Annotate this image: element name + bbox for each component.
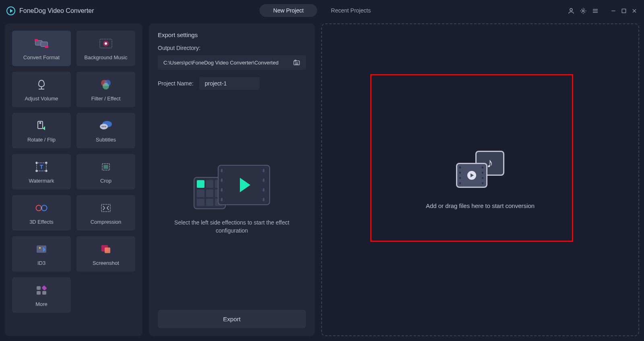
id3-icon [35, 242, 48, 256]
account-icon[interactable] [568, 7, 575, 15]
compression-icon [99, 201, 113, 215]
close-icon[interactable] [631, 8, 638, 14]
settings-title: Export settings [158, 31, 306, 38]
tool-subtitles[interactable]: Subtitles [76, 113, 135, 148]
svg-rect-43 [105, 247, 110, 253]
titlebar: FoneDog Video Converter New Project Rece… [0, 0, 644, 22]
3d-effects-icon [35, 201, 48, 215]
project-name-input[interactable] [199, 77, 260, 90]
logo-area: FoneDog Video Converter [6, 6, 94, 15]
svg-point-0 [570, 8, 572, 11]
screenshot-icon [99, 242, 113, 256]
tools-panel: Convert Format Background Music Adjust V… [5, 23, 142, 336]
svg-point-20 [103, 83, 109, 89]
tool-label: Subtitles [96, 137, 116, 143]
tab-recent-projects[interactable]: Recent Projects [317, 4, 384, 17]
svg-point-22 [40, 122, 41, 123]
tool-label: Screenshot [93, 260, 119, 266]
svg-point-36 [36, 205, 41, 211]
tool-crop[interactable]: Crop [76, 154, 135, 189]
svg-rect-6 [622, 9, 625, 12]
project-name-row: Project Name: [158, 77, 306, 90]
tool-label: Filter / Effect [91, 96, 121, 102]
titlebar-actions [568, 7, 638, 15]
tool-watermark[interactable]: T Watermark [12, 154, 71, 189]
export-button[interactable]: Export [158, 310, 306, 328]
window-controls [610, 8, 638, 14]
filter-effect-icon [99, 78, 113, 91]
preview-hint: Select the left side effections to start… [171, 219, 292, 235]
svg-rect-11 [35, 39, 38, 41]
background-music-icon [99, 37, 113, 50]
convert-format-icon [35, 37, 48, 50]
svg-rect-44 [37, 286, 41, 290]
svg-rect-46 [37, 291, 41, 295]
project-name-label: Project Name: [158, 80, 194, 87]
svg-point-30 [36, 162, 37, 164]
svg-point-41 [39, 247, 41, 249]
tool-adjust-volume[interactable]: Adjust Volume [12, 72, 71, 107]
tool-label: Convert Format [23, 54, 60, 60]
tool-label: Crop [100, 178, 111, 184]
svg-point-33 [45, 170, 47, 172]
watermark-icon: T [35, 160, 48, 174]
tab-new-project[interactable]: New Project [260, 4, 317, 17]
tool-more[interactable]: More [12, 277, 71, 313]
adjust-volume-icon [35, 78, 48, 91]
output-directory-value: C:\Users\pc\FoneDog Video Converter\Conv… [163, 60, 279, 66]
svg-point-15 [105, 42, 107, 45]
preview-graphic [194, 165, 270, 209]
tool-3d-effects[interactable]: 3D Effects [12, 195, 71, 231]
app-logo-icon [6, 6, 15, 15]
svg-point-26 [103, 126, 105, 127]
svg-point-37 [41, 205, 47, 211]
output-directory-field[interactable]: C:\Users\pc\FoneDog Video Converter\Conv… [158, 55, 306, 70]
tool-label: 3D Effects [29, 219, 54, 225]
tool-label: Compression [91, 219, 122, 225]
maximize-icon[interactable] [621, 8, 627, 14]
svg-rect-39 [101, 204, 110, 212]
tool-label: ID3 [37, 260, 45, 266]
tool-filter-effect[interactable]: Filter / Effect [76, 72, 135, 107]
svg-text:T: T [40, 164, 43, 170]
minimize-icon[interactable] [610, 8, 617, 14]
tool-rotate-flip[interactable]: Rotate / Flip [12, 113, 71, 148]
svg-rect-47 [42, 291, 46, 295]
menu-icon[interactable] [592, 7, 599, 15]
svg-rect-10 [41, 42, 47, 46]
tool-label: Adjust Volume [25, 96, 58, 102]
more-icon [35, 283, 48, 297]
svg-point-1 [582, 10, 584, 12]
tool-compression[interactable]: Compression [76, 195, 135, 231]
project-tabs: New Project Recent Projects [260, 4, 384, 17]
tool-id3[interactable]: ID3 [12, 236, 71, 272]
rotate-flip-icon [35, 119, 48, 133]
svg-point-25 [102, 126, 103, 127]
svg-rect-12 [45, 46, 49, 48]
svg-point-32 [36, 170, 37, 172]
crop-icon [99, 160, 113, 174]
effect-preview-area: Select the left side effections to start… [158, 90, 306, 310]
tool-convert-format[interactable]: Convert Format [12, 31, 71, 66]
main-area: Convert Format Background Music Adjust V… [0, 22, 644, 341]
svg-point-31 [45, 162, 47, 164]
tool-screenshot[interactable]: Screenshot [76, 236, 135, 272]
subtitles-icon [99, 119, 113, 133]
export-settings-panel: Export settings Output Directory: C:\Use… [149, 23, 315, 336]
tool-label: Watermark [29, 178, 54, 184]
annotation-highlight [370, 74, 573, 242]
svg-point-27 [105, 126, 106, 127]
tool-label: More [35, 301, 47, 307]
settings-icon[interactable] [580, 7, 587, 15]
tool-background-music[interactable]: Background Music [76, 31, 135, 66]
svg-rect-35 [104, 165, 108, 168]
file-drop-panel[interactable]: ♪ Add or drag files here to start conver… [321, 23, 639, 336]
svg-rect-45 [41, 285, 47, 290]
tool-label: Rotate / Flip [27, 137, 56, 143]
tool-label: Background Music [85, 54, 128, 60]
app-title: FoneDog Video Converter [19, 7, 94, 15]
output-directory-label: Output Directory: [158, 45, 306, 51]
browse-folder-icon[interactable] [293, 59, 300, 66]
